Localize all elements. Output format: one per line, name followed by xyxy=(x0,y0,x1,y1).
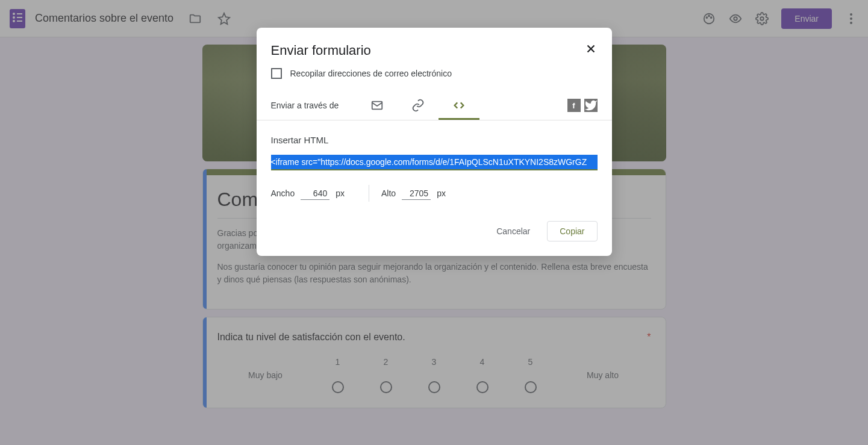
collect-emails-checkbox[interactable] xyxy=(271,68,282,79)
dialog-actions: Cancelar Copiar xyxy=(257,214,612,256)
width-input[interactable] xyxy=(301,187,329,200)
send-via-tabs: Enviar a través de f xyxy=(257,91,612,120)
dimensions-row: Ancho px Alto px xyxy=(257,185,612,214)
cancel-button[interactable]: Cancelar xyxy=(489,221,537,241)
modal-overlay[interactable]: Enviar formulario Recopilar direcciones … xyxy=(0,0,868,445)
embed-code-input[interactable] xyxy=(271,155,598,170)
dialog-title: Enviar formulario xyxy=(271,43,371,58)
facebook-icon[interactable]: f xyxy=(567,99,581,112)
collect-emails-row: Recopilar direcciones de correo electrón… xyxy=(257,68,612,91)
embed-label: Insertar HTML xyxy=(271,135,598,145)
width-label: Ancho xyxy=(271,188,295,198)
copy-button[interactable]: Copiar xyxy=(547,221,597,241)
send-form-dialog: Enviar formulario Recopilar direcciones … xyxy=(257,28,612,256)
send-via-label: Enviar a través de xyxy=(271,101,339,110)
social-share: f xyxy=(567,99,598,112)
tab-email[interactable] xyxy=(357,91,398,120)
collect-emails-label: Recopilar direcciones de correo electrón… xyxy=(290,69,452,78)
embed-section: Insertar HTML xyxy=(257,120,612,185)
close-icon[interactable] xyxy=(584,42,598,58)
width-unit: px xyxy=(336,188,345,198)
height-input[interactable] xyxy=(402,187,431,200)
dimension-separator xyxy=(369,185,369,202)
height-label: Alto xyxy=(381,188,396,198)
twitter-icon[interactable] xyxy=(584,99,598,112)
tab-link[interactable] xyxy=(398,91,439,120)
height-unit: px xyxy=(437,188,446,198)
tab-embed[interactable] xyxy=(439,91,479,120)
